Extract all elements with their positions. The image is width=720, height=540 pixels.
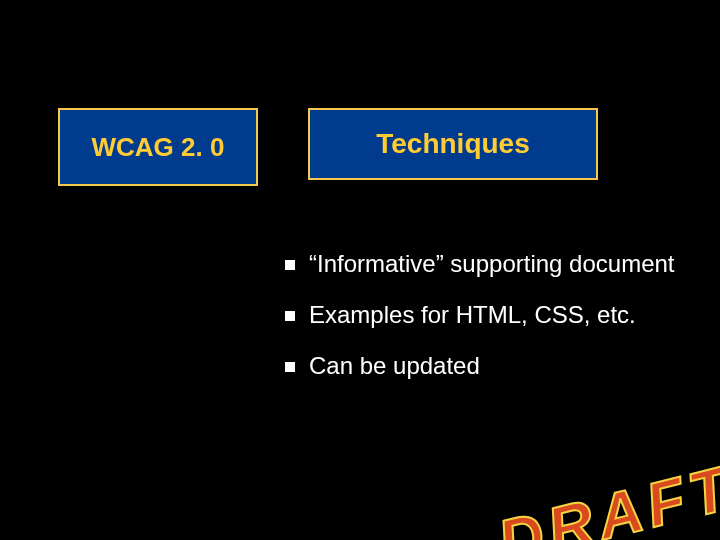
bullet-square-icon bbox=[285, 362, 295, 372]
list-item: “Informative” supporting document bbox=[285, 250, 705, 279]
title-boxes-row: WCAG 2. 0 Techniques bbox=[58, 108, 598, 186]
draft-watermark: DRAFT bbox=[491, 451, 720, 540]
wcag-box: WCAG 2. 0 bbox=[58, 108, 258, 186]
bullet-list: “Informative” supporting document Exampl… bbox=[285, 250, 705, 402]
bullet-square-icon bbox=[285, 260, 295, 270]
list-item-text: Can be updated bbox=[309, 352, 705, 381]
techniques-label: Techniques bbox=[376, 128, 530, 160]
list-item-text: Examples for HTML, CSS, etc. bbox=[309, 301, 705, 330]
wcag-label: WCAG 2. 0 bbox=[92, 132, 225, 163]
techniques-box: Techniques bbox=[308, 108, 598, 180]
list-item-text: “Informative” supporting document bbox=[309, 250, 705, 279]
list-item: Can be updated bbox=[285, 352, 705, 381]
list-item: Examples for HTML, CSS, etc. bbox=[285, 301, 705, 330]
bullet-square-icon bbox=[285, 311, 295, 321]
